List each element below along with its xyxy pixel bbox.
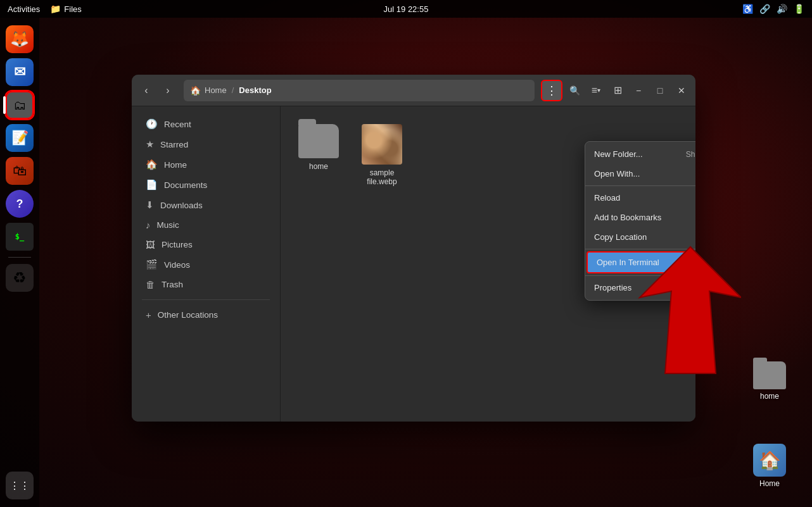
sidebar-item-recent[interactable]: 🕐 Recent <box>136 114 276 134</box>
desktop-icon-label-home: home <box>760 392 779 401</box>
dock-icon-firefox[interactable]: 🦊 <box>6 25 34 53</box>
desktop-icon-home-folder[interactable]: home <box>749 358 790 404</box>
menu-dots-button[interactable]: ⋮ <box>541 80 562 101</box>
main-file-area[interactable]: home samplefile.webp New Folder... Shift… <box>281 106 695 422</box>
breadcrumb-separator: / <box>232 85 234 95</box>
dock-icon-appstore[interactable]: 🛍 <box>6 157 34 185</box>
music-icon: ♪ <box>146 220 151 230</box>
search-icon: 🔍 <box>569 85 580 96</box>
ctx-new-folder-label: New Folder... <box>594 149 643 159</box>
folder-icon-home <box>298 124 339 158</box>
sidebar-label-music: Music <box>157 220 179 230</box>
breadcrumb-current: Desktop <box>239 85 271 95</box>
desktop-icon-label-home2: Home <box>759 479 780 488</box>
dock: 🦊 ✉ 🗂 📝 🛍 ? $_ ♻ ⋮⋮ <box>0 18 39 507</box>
context-menu: New Folder... Shift+Ctrl+N Open With... … <box>585 141 695 301</box>
sidebar-label-starred: Starred <box>160 140 188 149</box>
menu-dots-icon: ⋮ <box>546 84 557 97</box>
chevron-down-icon: ▾ <box>597 87 600 94</box>
home-icon: 🏠 <box>146 159 158 170</box>
sidebar-item-trash[interactable]: 🗑 Trash <box>136 275 276 294</box>
maximize-button[interactable]: □ <box>651 82 669 99</box>
ctx-properties[interactable]: Properties <box>585 278 695 297</box>
accessibility-icon: ♿ <box>742 4 753 14</box>
breadcrumb[interactable]: 🏠 Home / Desktop <box>184 80 535 101</box>
sidebar: 🕐 Recent ★ Starred 🏠 Home 📄 Documents ⬇ … <box>132 106 281 422</box>
sidebar-label-recent: Recent <box>164 120 191 129</box>
other-locations-icon: + <box>146 310 151 320</box>
file-item-sample[interactable]: samplefile.webp <box>357 119 407 191</box>
pictures-icon: 🖼 <box>146 239 155 250</box>
ctx-separator-3 <box>585 275 695 276</box>
sidebar-item-music[interactable]: ♪ Music <box>136 215 276 235</box>
ctx-open-terminal-label: Open In Terminal <box>597 258 659 267</box>
breadcrumb-home[interactable]: Home <box>205 85 227 95</box>
ctx-reload[interactable]: Reload F5 <box>585 188 695 208</box>
sidebar-item-videos[interactable]: 🎬 Videos <box>136 254 276 275</box>
ctx-add-bookmarks[interactable]: Add to Bookmarks Ctrl+D <box>585 208 695 227</box>
dock-icon-trash[interactable]: ♻ <box>6 264 34 292</box>
sidebar-label-home: Home <box>164 160 187 170</box>
dock-icon-files[interactable]: 🗂 <box>6 91 34 119</box>
ctx-open-terminal[interactable]: Open In Terminal <box>587 251 695 273</box>
search-button[interactable]: 🔍 <box>565 81 584 100</box>
battery-icon: 🔋 <box>794 4 804 14</box>
sidebar-item-pictures[interactable]: 🖼 Pictures <box>136 235 276 254</box>
grid-view-button[interactable]: ⊞ <box>608 81 627 100</box>
dock-icon-thunderbird[interactable]: ✉ <box>6 58 34 86</box>
volume-icon: 🔊 <box>777 4 787 14</box>
sidebar-item-documents[interactable]: 📄 Documents <box>136 175 276 195</box>
ctx-copy-location[interactable]: Copy Location <box>585 227 695 247</box>
ctx-separator-1 <box>585 185 695 186</box>
window-toolbar: ‹ › 🏠 Home / Desktop ⋮ 🔍 ≡ ▾ ⊞ − <box>132 75 695 106</box>
sidebar-label-pictures: Pictures <box>162 240 193 249</box>
sidebar-label-other-locations: Other Locations <box>158 310 218 320</box>
dock-apps-button[interactable]: ⋮⋮ <box>6 472 34 499</box>
trash-icon: 🗑 <box>146 279 155 290</box>
forward-icon: › <box>166 85 169 96</box>
close-icon: ✕ <box>678 85 685 96</box>
sidebar-item-other-locations[interactable]: + Other Locations <box>136 305 276 325</box>
sidebar-item-downloads[interactable]: ⬇ Downloads <box>136 195 276 215</box>
ctx-new-folder-shortcut: Shift+Ctrl+N <box>686 150 695 159</box>
ctx-new-folder[interactable]: New Folder... Shift+Ctrl+N <box>585 144 695 164</box>
file-item-home[interactable]: home <box>293 119 344 176</box>
ctx-open-with-label: Open With... <box>594 169 640 178</box>
ctx-open-with[interactable]: Open With... <box>585 164 695 184</box>
window-body: 🕐 Recent ★ Starred 🏠 Home 📄 Documents ⬇ … <box>132 106 695 422</box>
list-toggle-button[interactable]: ≡ ▾ <box>587 81 606 100</box>
sidebar-label-videos: Videos <box>164 260 190 270</box>
back-icon: ‹ <box>144 85 148 96</box>
topbar: Activities 📁 Files Jul 19 22:55 ♿ 🔗 🔊 🔋 <box>0 0 812 18</box>
desktop-icon-home[interactable]: 🏠 Home <box>749 440 790 492</box>
files-app-label: 📁 Files <box>50 4 81 14</box>
file-thumbnail-sample <box>362 124 402 165</box>
sidebar-label-documents: Documents <box>164 180 207 190</box>
ctx-add-bookmarks-label: Add to Bookmarks <box>594 213 661 222</box>
file-manager-window: ‹ › 🏠 Home / Desktop ⋮ 🔍 ≡ ▾ ⊞ − <box>132 75 695 422</box>
videos-icon: 🎬 <box>146 259 158 270</box>
desktop-home-icon: 🏠 <box>753 444 786 477</box>
ctx-properties-label: Properties <box>594 283 631 292</box>
activities-button[interactable]: Activities <box>8 4 40 14</box>
close-button[interactable]: ✕ <box>673 82 690 99</box>
sidebar-divider <box>142 299 270 300</box>
recent-icon: 🕐 <box>146 118 158 130</box>
dock-icon-terminal[interactable]: $_ <box>6 223 34 251</box>
sidebar-label-trash: Trash <box>162 280 183 289</box>
back-button[interactable]: ‹ <box>137 81 156 100</box>
window-controls: − □ ✕ <box>630 82 690 99</box>
sidebar-label-downloads: Downloads <box>160 201 203 210</box>
dock-icon-help[interactable]: ? <box>6 190 34 218</box>
ctx-copy-location-label: Copy Location <box>594 232 647 242</box>
network-icon: 🔗 <box>759 4 770 14</box>
file-thumbnail-inner <box>362 124 402 165</box>
forward-button[interactable]: › <box>158 81 177 100</box>
minimize-button[interactable]: − <box>630 82 647 99</box>
maximize-icon: □ <box>657 85 663 96</box>
dock-icon-libreoffice[interactable]: 📝 <box>6 124 34 152</box>
dock-separator <box>8 257 31 258</box>
grid-icon: ⊞ <box>614 84 622 96</box>
sidebar-item-home[interactable]: 🏠 Home <box>136 154 276 175</box>
sidebar-item-starred[interactable]: ★ Starred <box>136 134 276 154</box>
